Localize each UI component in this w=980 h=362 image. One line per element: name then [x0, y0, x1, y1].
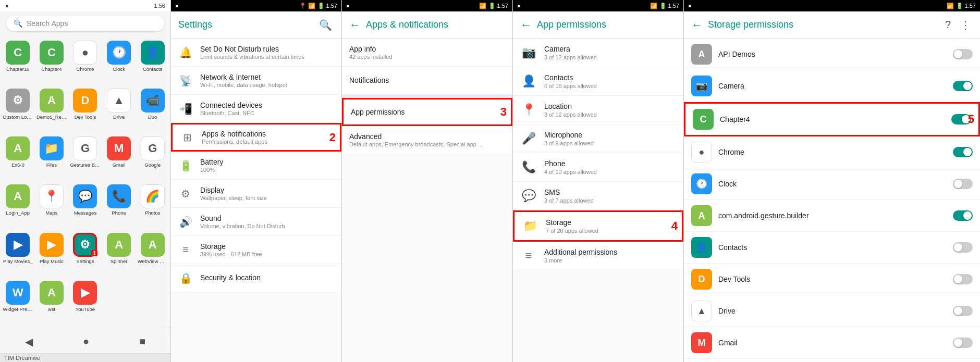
- settings-item[interactable]: 🔋Battery100%: [171, 152, 341, 180]
- app-item[interactable]: ▶Play Music: [35, 230, 69, 278]
- apps-notif-item[interactable]: App info42 apps installed: [342, 39, 512, 67]
- apps-notif-list: App info42 apps installedNotificationsAp…: [342, 39, 512, 362]
- settings-item[interactable]: ⊞Apps & notificationsPermissions, defaul…: [171, 123, 341, 152]
- app-item[interactable]: ▲Drive: [102, 85, 136, 133]
- app-item[interactable]: ALogin_App: [1, 181, 35, 229]
- storage-app-item[interactable]: 🕐Clock: [684, 168, 980, 200]
- permission-item[interactable]: 📍Location3 of 12 apps allowed: [513, 96, 683, 124]
- drawer-status-time: 1:56: [154, 3, 165, 9]
- perm-status-bar: ● 📶 🔋 1:57: [513, 0, 683, 11]
- storage-toggle[interactable]: [953, 179, 973, 189]
- permission-item[interactable]: 🎤Microphone3 of 9 apps allowed: [513, 124, 683, 153]
- settings-item[interactable]: 🔒Security & location: [171, 264, 341, 292]
- back-arrow-icon[interactable]: ←: [520, 18, 532, 32]
- storage-toggle[interactable]: [953, 147, 973, 157]
- settings-item[interactable]: ≡Storage39% used - 612 MB free: [171, 236, 341, 264]
- permission-item[interactable]: 📷Camera3 of 12 apps allowed: [513, 39, 683, 67]
- settings-item[interactable]: 🔊SoundVolume, vibration, Do Not Disturb: [171, 208, 341, 236]
- storage-app-item[interactable]: GGoogle App: [684, 359, 980, 362]
- permission-item[interactable]: 💬SMS3 of 7 apps allowed: [513, 182, 683, 210]
- storage-toggle[interactable]: [953, 210, 973, 221]
- app-item[interactable]: ⚙Custom Loc...: [1, 85, 35, 133]
- settings-item[interactable]: 📡Network & InternetWi-Fi, mobile, data u…: [171, 67, 341, 95]
- storage-app-icon: ▲: [691, 301, 712, 321]
- toggle-thumb: [954, 275, 962, 283]
- back-arrow-icon[interactable]: ←: [691, 18, 703, 32]
- app-label: Play Movies_: [3, 258, 33, 264]
- app-item[interactable]: ●Chrome: [68, 38, 102, 85]
- app-item[interactable]: 📹Duo: [136, 85, 169, 133]
- app-item[interactable]: AEx5-0: [1, 133, 35, 181]
- search-icon[interactable]: 🔍: [317, 18, 334, 32]
- storage-app-item[interactable]: DDev Tools: [684, 264, 980, 295]
- app-item[interactable]: ⚙1Settings: [68, 230, 102, 278]
- app-item[interactable]: 📁Files: [35, 133, 69, 181]
- apps-notif-item[interactable]: App permissions3: [342, 98, 512, 126]
- app-label: wst: [48, 306, 55, 312]
- apps-notif-item-text: AdvancedDefault apps, Emergency broadcas…: [349, 132, 505, 147]
- storage-toggle[interactable]: [953, 274, 973, 284]
- storage-toggle[interactable]: [953, 306, 973, 316]
- app-item[interactable]: 📞Phone: [102, 181, 136, 229]
- help-icon[interactable]: ?: [943, 18, 953, 32]
- app-item[interactable]: ▶YouTube: [68, 278, 102, 326]
- app-item[interactable]: 📍Maps: [35, 181, 69, 229]
- app-item[interactable]: ADemo5_Rec...: [35, 85, 69, 133]
- permission-item[interactable]: 📁Storage7 of 20 apps allowed4: [513, 210, 683, 242]
- drawer-search-bar[interactable]: 🔍 Search Apps: [6, 16, 164, 31]
- storage-app-item[interactable]: 📷Camera: [684, 70, 980, 102]
- storage-app-item[interactable]: 👤Contacts: [684, 232, 980, 264]
- apps-notif-item[interactable]: Notifications: [342, 67, 512, 95]
- permission-item[interactable]: 📞Phone4 of 10 apps allowed: [513, 153, 683, 182]
- storage-toggle[interactable]: [953, 49, 973, 59]
- storage-toggle[interactable]: [953, 338, 973, 348]
- more-icon[interactable]: ⋮: [958, 18, 973, 32]
- app-item[interactable]: CChapter4: [35, 38, 69, 85]
- app-item[interactable]: WWidget Previ...: [1, 278, 35, 326]
- app-item[interactable]: ASpinner: [102, 230, 136, 278]
- storage-app-item[interactable]: ●Chrome: [684, 136, 980, 168]
- app-item[interactable]: ▶Play Movies_: [1, 230, 35, 278]
- apps-notif-item-main: App info: [349, 45, 505, 53]
- app-item[interactable]: 👤Contacts: [136, 38, 169, 85]
- storage-app-icon: A: [691, 205, 712, 226]
- storage-app-name: com.android.gesture.builder: [718, 211, 947, 220]
- storage-app-item[interactable]: Acom.android.gesture.builder: [684, 200, 980, 232]
- app-item[interactable]: CChapter10: [1, 38, 35, 85]
- app-item[interactable]: 🕐Clock: [102, 38, 136, 85]
- settings-item-text: Connected devicesBluetooth, Cast, NFC: [200, 101, 334, 116]
- home-button[interactable]: ●: [77, 333, 95, 350]
- app-item[interactable]: GGestures Bu...: [68, 133, 102, 181]
- recents-button[interactable]: ■: [133, 333, 152, 350]
- app-item[interactable]: DDev Tools: [68, 85, 102, 133]
- app-item[interactable]: Awst: [35, 278, 69, 326]
- storage-app-item[interactable]: CChapter45: [684, 102, 980, 136]
- perm-sub: 3 of 7 apps allowed: [544, 197, 676, 204]
- settings-item[interactable]: ⚙DisplayWallpaper, sleep, font size: [171, 180, 341, 208]
- settings-title: Settings: [178, 19, 312, 30]
- settings-item-main: Network & Internet: [200, 73, 334, 81]
- app-icon: 📁: [40, 136, 64, 160]
- storage-app-item[interactable]: MGmail: [684, 327, 980, 359]
- storage-toggle[interactable]: [953, 81, 973, 91]
- app-item[interactable]: 💬Messages: [68, 181, 102, 229]
- storage-app-item[interactable]: AAPI Demos: [684, 39, 980, 70]
- app-item[interactable]: AWebView Br...: [136, 230, 169, 278]
- app-item[interactable]: 🌈Photos: [136, 181, 169, 229]
- back-arrow-icon[interactable]: ←: [349, 18, 361, 32]
- storage-app-item[interactable]: ▲Drive: [684, 295, 980, 327]
- app-item[interactable]: MGmail: [102, 133, 136, 181]
- settings-item-icon: 📲: [178, 103, 193, 115]
- settings-item[interactable]: 🔔Set Do Not Disturb rulesLimit sounds & …: [171, 39, 341, 67]
- app-label: YouTube: [76, 306, 95, 312]
- app-item[interactable]: GGoogle: [136, 133, 169, 181]
- settings-item-main: Battery: [200, 158, 334, 166]
- app-icon: G: [141, 136, 165, 160]
- permission-item[interactable]: 👤Contacts6 of 16 apps allowed: [513, 67, 683, 96]
- apps-notif-item[interactable]: AdvancedDefault apps, Emergency broadcas…: [342, 126, 512, 154]
- storage-toggle[interactable]: [953, 242, 973, 253]
- back-button[interactable]: ◀: [19, 333, 39, 350]
- step-label: 5: [968, 113, 974, 126]
- settings-item[interactable]: 📲Connected devicesBluetooth, Cast, NFC: [171, 95, 341, 123]
- permission-item[interactable]: ≡Additional permissions3 more: [513, 242, 683, 270]
